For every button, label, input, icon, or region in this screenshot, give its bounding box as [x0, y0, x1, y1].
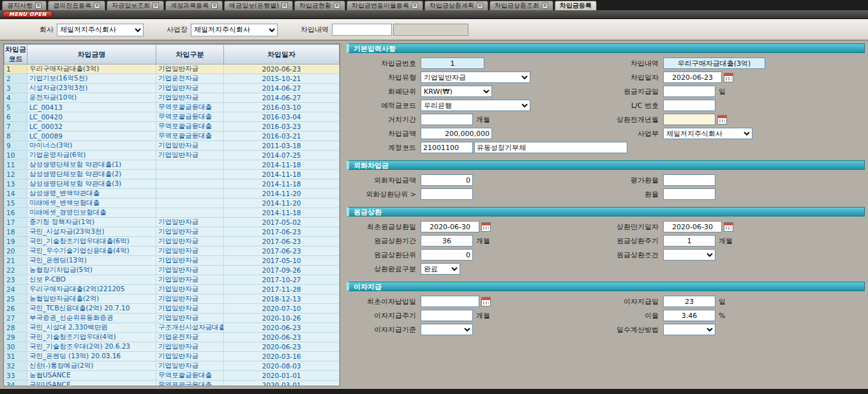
cell-date[interactable]: 2014-11-18 [224, 208, 340, 218]
cell-type[interactable]: 기업일반자금 [156, 84, 224, 93]
cell-date[interactable]: 2020-07-10 [224, 304, 340, 314]
cell-name[interactable]: 국민_우수기술기업신용대출(4억) [27, 246, 156, 256]
table-row[interactable]: 1우리구매자금대출(3억)기업일반자금2020-06-23 [4, 64, 340, 74]
cell-type[interactable]: 기업일반자금 [156, 141, 224, 151]
cell-date[interactable]: 2014-11-18 [224, 179, 340, 189]
cell-code[interactable]: 27 [4, 314, 27, 323]
cell-date[interactable]: 2017-11-28 [224, 285, 340, 294]
table-row[interactable]: 12삼성생명단체보험 약관대출(2)2014-11-18 [4, 170, 340, 179]
col-header-code[interactable]: 차입금코드 [4, 45, 27, 64]
tab-1[interactable]: 공지사항× [2, 1, 47, 10]
cell-date[interactable]: 2014-06-27 [224, 93, 340, 103]
loan-type-select[interactable]: 기업일반자금 [421, 72, 530, 83]
table-row[interactable]: 34국민USANCE무역포괄금융대출2020-03-01 [4, 381, 340, 387]
cell-name[interactable]: 미래에셋_경영인보험대출 [27, 208, 156, 218]
col-header-name[interactable]: 차입금명 [27, 45, 156, 64]
cell-name[interactable]: 부국증권_선순위유동화증권 [27, 314, 156, 323]
tab-close-icon[interactable]: × [94, 3, 100, 9]
cell-code[interactable]: 4 [4, 93, 27, 103]
table-row[interactable]: 13삼성생명단체보험 약관대출(3)2014-11-18 [4, 179, 340, 189]
cell-date[interactable]: 2014-11-18 [224, 160, 340, 170]
account-code-input[interactable] [421, 142, 473, 153]
cell-code[interactable]: 28 [4, 323, 27, 333]
cell-date[interactable]: 2017-06-23 [224, 237, 340, 246]
cell-name[interactable]: 농협USANCE [27, 371, 156, 381]
menu-open-button[interactable]: MENU OPEN [3, 11, 53, 18]
cell-code[interactable]: 19 [4, 237, 27, 246]
table-row[interactable]: 21국민_온렌딩(13억)기업일반자금2017-05-10 [4, 256, 340, 266]
cell-type[interactable] [156, 189, 224, 199]
loan-no-field[interactable] [421, 57, 484, 69]
cell-code[interactable]: 6 [4, 112, 27, 122]
tab-close-icon[interactable]: × [334, 3, 340, 9]
cell-date[interactable]: 2020-10-26 [224, 314, 340, 323]
table-row[interactable]: 17중기청 정책자금(1억)기업일반자금2017-05-02 [4, 218, 340, 227]
table-row[interactable]: 20국민_우수기술기업신용대출(4억)기업일반자금2017-06-23 [4, 246, 340, 256]
cell-name[interactable]: LC_00089 [27, 132, 156, 141]
interest-basis-select[interactable] [421, 324, 473, 335]
cell-code[interactable]: 7 [4, 122, 27, 132]
cell-type[interactable]: 기업일반자금 [156, 227, 224, 237]
table-row[interactable]: 15미래에셋_변액보험대출2014-11-20 [4, 199, 340, 208]
cell-date[interactable]: 2020-06-23 [224, 323, 340, 333]
cell-date[interactable]: 2018-12-13 [224, 294, 340, 304]
cell-type[interactable] [156, 199, 224, 208]
cell-type[interactable] [156, 208, 224, 218]
table-row[interactable]: 27부국증권_선순위유동화증권기업일반자금2020-10-26 [4, 314, 340, 323]
cell-name[interactable]: 기업운영자금(6억) [27, 151, 156, 160]
cell-type[interactable]: 기업운전자금 [156, 74, 224, 84]
cell-date[interactable]: 2020-03-16 [224, 352, 340, 361]
cell-type[interactable]: 무역포괄금융대출 [156, 371, 224, 381]
cell-type[interactable]: 기업일반자금 [156, 304, 224, 314]
tab-4[interactable]: 계정과목등록× [165, 1, 223, 10]
table-row[interactable]: 10기업운영자금(6억)기업일반자금2014-07-25 [4, 151, 340, 160]
cell-code[interactable]: 2 [4, 74, 27, 84]
cell-date[interactable]: 2016-03-21 [224, 132, 340, 141]
cell-type[interactable]: 기업일반자금 [156, 237, 224, 246]
cell-name[interactable]: 우리구매자금대출(3억) [27, 64, 156, 74]
table-row[interactable]: 14삼성생명_변액약관대출2014-11-20 [4, 189, 340, 199]
loan-amount-input[interactable] [421, 128, 492, 139]
cell-name[interactable]: 국민_기술창조기업우대대출(6억) [27, 237, 156, 246]
table-row[interactable]: 25농협일반자금대출(2억)기업일반자금2018-12-13 [4, 294, 340, 304]
cell-type[interactable]: 기업일반자금 [156, 285, 224, 294]
table-row[interactable]: 24우리구매자금대출(2억)221205기업일반자금2017-11-28 [4, 285, 340, 294]
cell-type[interactable]: 구조개선시설자금대출 [156, 323, 224, 333]
tab-2[interactable]: 결의전표등록× [48, 1, 105, 10]
tab-close-icon[interactable]: × [35, 3, 41, 9]
grace-period-input[interactable] [421, 114, 473, 125]
tab-close-icon[interactable]: × [477, 3, 483, 9]
cell-code[interactable]: 18 [4, 227, 27, 237]
cell-name[interactable]: 기업기보(16억5천) [27, 74, 156, 84]
cell-type[interactable] [156, 160, 224, 170]
cell-code[interactable]: 31 [4, 352, 27, 361]
cell-name[interactable]: 운전자금(10억) [27, 93, 156, 103]
table-row[interactable]: 4운전자금(10억)기업일반자금2014-06-27 [4, 93, 340, 103]
tab-5[interactable]: 예금일보(은행별)× [224, 1, 293, 10]
cell-code[interactable]: 34 [4, 381, 27, 387]
cell-type[interactable]: 기업운전자금 [156, 333, 224, 342]
tab-close-icon[interactable]: × [281, 3, 288, 9]
repay-cycle-input[interactable] [663, 235, 715, 246]
cell-type[interactable]: 기업일반자금 [156, 64, 224, 74]
table-row[interactable]: 28국민_시설대 2,330백만원구조개선시설자금대출2020-06-23 [4, 323, 340, 333]
cell-code[interactable]: 13 [4, 179, 27, 189]
account-name-input[interactable] [474, 142, 627, 153]
table-row[interactable]: 7LC_00032무역포괄금융대출2016-03-23 [4, 122, 340, 132]
cell-date[interactable]: 2015-10-21 [224, 74, 340, 84]
cell-code[interactable]: 16 [4, 208, 27, 218]
cell-code[interactable]: 32 [4, 361, 27, 371]
cell-name[interactable]: LC_00032 [27, 122, 156, 132]
lc-no-input[interactable] [663, 100, 715, 111]
cell-name[interactable]: LC_00420 [27, 112, 156, 122]
cell-code[interactable]: 17 [4, 218, 27, 227]
cell-date[interactable]: 2014-07-25 [224, 151, 340, 160]
cell-date[interactable]: 2020-06-23 [224, 342, 340, 352]
interest-day-input[interactable] [663, 296, 715, 307]
cell-type[interactable]: 무역포괄금융대출 [156, 103, 224, 112]
site-select[interactable]: 제일저지주식회사 [191, 24, 278, 36]
cell-code[interactable]: 9 [4, 141, 27, 151]
table-row[interactable]: 5LC_00413무역포괄금융대출2016-03-10 [4, 103, 340, 112]
tab-10[interactable]: 차입금등록 [555, 1, 597, 10]
cell-code[interactable]: 26 [4, 304, 27, 314]
